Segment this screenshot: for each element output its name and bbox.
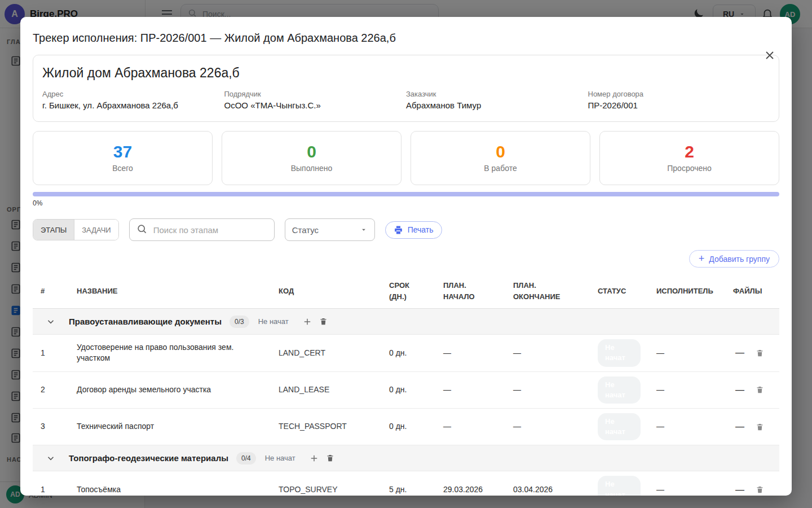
print-button[interactable]: Печать	[385, 221, 442, 239]
files-value: —	[735, 422, 744, 432]
stat-label: Просрочено	[667, 164, 712, 173]
stage-files: —	[725, 343, 779, 364]
stat-label: Всего	[112, 164, 133, 173]
stat-card-in-progress: 0 В работе	[411, 131, 590, 185]
view-toggle: ЭТАПЫ ЗАДАЧИ	[33, 219, 119, 240]
stat-card-overdue: 2 Просрочено	[599, 131, 779, 185]
project-info-card: Жилой дом Абрахманова 226а,б Адрес г. Би…	[33, 55, 779, 122]
stat-card-total: 37 Всего	[33, 131, 213, 185]
delete-stage-button[interactable]	[752, 384, 767, 396]
stage-row: 2 Договор аренды земельного участка LAND…	[33, 372, 779, 409]
stage-plan-end: —	[505, 417, 590, 437]
stage-search[interactable]	[129, 218, 275, 241]
status-badge: Не начат	[598, 339, 641, 366]
field-value: Абрахманов Тимур	[406, 100, 588, 110]
status-badge: Не начат	[598, 476, 641, 496]
tab-stages[interactable]: ЭТАПЫ	[33, 220, 74, 240]
stage-status: Не начат	[590, 372, 648, 408]
stage-plan-end: —	[505, 343, 590, 364]
tab-tasks[interactable]: ЗАДАЧИ	[74, 220, 118, 240]
group-status: Не начат	[265, 454, 295, 462]
delete-group-button[interactable]	[316, 316, 331, 327]
field-value: ПР-2026/001	[588, 100, 770, 110]
progress-bar	[33, 192, 779, 196]
stage-files: —	[725, 417, 779, 437]
delete-stage-button[interactable]	[752, 347, 767, 359]
stage-plan-end: —	[505, 380, 590, 400]
col-plan-start: ПЛАН. НАЧАЛО	[435, 274, 505, 308]
col-plan-end: ПЛАН. ОКОНЧАНИЕ	[505, 274, 590, 308]
stage-files: —	[725, 379, 779, 400]
add-stage-button[interactable]	[299, 316, 316, 328]
stage-name: Договор аренды земельного участка	[69, 380, 271, 400]
col-duration: СРОК (ДН.)	[381, 274, 435, 308]
stat-label: Выполнено	[291, 164, 333, 173]
stage-assignee: —	[648, 417, 725, 437]
col-assignee: ИСПОЛНИТЕЛЬ	[648, 274, 725, 308]
group-count-badge: 0/3	[230, 316, 249, 328]
stage-status: Не начат	[590, 409, 648, 445]
chevron-down-icon[interactable]	[33, 317, 69, 327]
add-group-button[interactable]: + Добавить группу	[689, 250, 779, 268]
stage-plan-start: 29.03.2026	[435, 480, 505, 496]
stage-duration: 5 дн.	[381, 480, 435, 496]
stage-code: TOPO_SURVEY	[271, 480, 381, 496]
files-value: —	[735, 485, 744, 495]
group-count-badge: 0/4	[236, 452, 256, 465]
print-label: Печать	[408, 225, 434, 234]
chevron-down-icon[interactable]	[33, 453, 69, 463]
files-value: —	[735, 348, 744, 358]
stages-table-body: Правоустанавливающие документы 0/3 Не на…	[33, 309, 779, 496]
stage-row: 1 Топосъёмка TOPO_SURVEY 5 дн. 29.03.202…	[33, 471, 779, 496]
stats-row: 37 Всего 0 Выполнено 0 В работе 2 Просро…	[33, 131, 779, 185]
plus-icon: +	[699, 253, 705, 264]
col-num: #	[33, 274, 69, 308]
field-value: ОсОО «ТМА-Чынгыз.С.»	[224, 100, 407, 110]
group-row: Топографо-геодезические материалы 0/4 Не…	[33, 445, 779, 471]
table-header: # НАЗВАНИЕ КОД СРОК (ДН.) ПЛАН. НАЧАЛО П…	[33, 274, 779, 309]
stage-duration: 0 дн.	[381, 380, 435, 400]
stage-name: Топосъёмка	[69, 480, 271, 496]
stage-duration: 0 дн.	[381, 417, 435, 437]
group-name: Топографо-геодезические материалы	[69, 453, 228, 463]
printer-icon	[394, 225, 403, 235]
stat-value: 37	[113, 143, 132, 160]
stage-num: 1	[33, 343, 69, 364]
add-stage-button[interactable]	[306, 452, 323, 465]
stage-assignee: —	[648, 480, 725, 496]
delete-group-button[interactable]	[323, 452, 338, 464]
project-field: Номер договора ПР-2026/001	[588, 90, 770, 110]
stage-plan-end: 03.04.2026	[505, 480, 590, 496]
stage-search-input[interactable]	[152, 225, 267, 235]
stat-value: 2	[685, 143, 694, 160]
group-name: Правоустанавливающие документы	[69, 317, 222, 326]
stages-table: # НАЗВАНИЕ КОД СРОК (ДН.) ПЛАН. НАЧАЛО П…	[33, 274, 779, 496]
stage-code: LAND_LEASE	[271, 380, 381, 400]
execution-tracker-modal: Трекер исполнения: ПР-2026/001 — Жилой д…	[20, 17, 792, 496]
stage-code: TECH_PASSPORT	[271, 417, 381, 437]
stage-duration: 0 дн.	[381, 343, 435, 364]
filter-row: ЭТАПЫ ЗАДАЧИ Статус Печать	[33, 218, 779, 241]
stat-label: В работе	[484, 164, 517, 173]
stage-assignee: —	[648, 343, 725, 364]
status-badge: Не начат	[598, 376, 641, 404]
status-filter-select[interactable]: Статус	[285, 218, 375, 241]
stat-value: 0	[307, 143, 316, 160]
stage-name: Технический паспорт	[69, 417, 271, 437]
col-name: НАЗВАНИЕ	[69, 274, 271, 308]
modal-title: Трекер исполнения: ПР-2026/001 — Жилой д…	[33, 32, 779, 45]
stage-row: 1 Удостоверение на право пользования зем…	[33, 335, 779, 371]
field-label: Номер договора	[588, 90, 770, 98]
project-field: Подрядчик ОсОО «ТМА-Чынгыз.С.»	[224, 90, 407, 110]
col-code: КОД	[271, 274, 381, 308]
stage-status: Не начат	[590, 471, 648, 496]
delete-stage-button[interactable]	[752, 484, 767, 496]
close-icon[interactable]	[762, 49, 777, 63]
project-fields: Адрес г. Бишкек, ул. Абрахманова 226а,б …	[42, 90, 770, 110]
delete-stage-button[interactable]	[752, 421, 767, 433]
field-label: Адрес	[42, 90, 224, 98]
col-status: СТАТУС	[590, 274, 648, 308]
col-files: ФАЙЛЫ	[725, 274, 779, 308]
field-label: Заказчик	[406, 90, 588, 98]
stage-row: 3 Технический паспорт TECH_PASSPORT 0 дн…	[33, 409, 779, 445]
